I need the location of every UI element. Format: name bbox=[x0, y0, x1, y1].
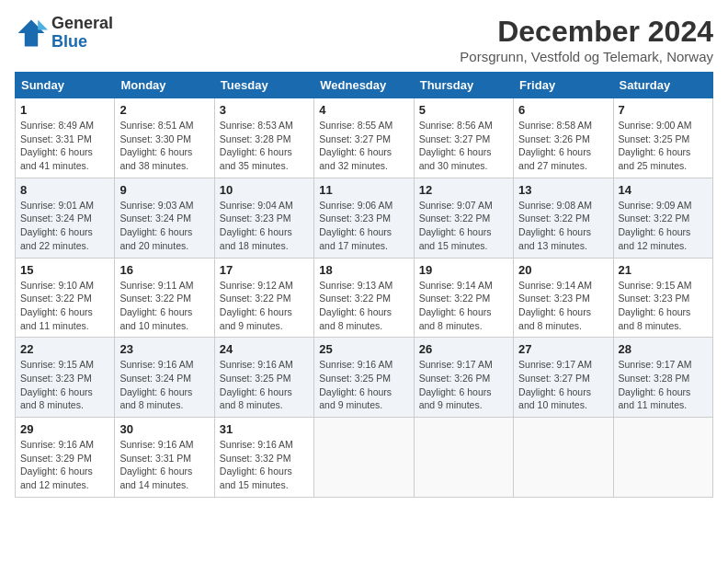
table-row: 14Sunrise: 9:09 AM Sunset: 3:22 PM Dayli… bbox=[613, 178, 712, 258]
table-row: 28Sunrise: 9:17 AM Sunset: 3:28 PM Dayli… bbox=[613, 338, 712, 418]
day-info: Sunrise: 8:58 AM Sunset: 3:26 PM Dayligh… bbox=[518, 119, 608, 173]
table-row bbox=[414, 418, 513, 498]
day-info: Sunrise: 9:07 AM Sunset: 3:22 PM Dayligh… bbox=[419, 199, 508, 253]
table-row: 31Sunrise: 9:16 AM Sunset: 3:32 PM Dayli… bbox=[214, 418, 313, 498]
table-row: 1Sunrise: 8:49 AM Sunset: 3:31 PM Daylig… bbox=[16, 98, 115, 178]
day-info: Sunrise: 9:14 AM Sunset: 3:22 PM Dayligh… bbox=[419, 279, 508, 333]
table-row: 12Sunrise: 9:07 AM Sunset: 3:22 PM Dayli… bbox=[414, 178, 513, 258]
logo-icon bbox=[15, 17, 48, 50]
calendar-week-1: 1Sunrise: 8:49 AM Sunset: 3:31 PM Daylig… bbox=[16, 98, 713, 178]
day-info: Sunrise: 9:15 AM Sunset: 3:23 PM Dayligh… bbox=[619, 279, 708, 333]
day-number: 20 bbox=[518, 263, 608, 277]
day-number: 17 bbox=[220, 263, 309, 277]
table-row: 29Sunrise: 9:16 AM Sunset: 3:29 PM Dayli… bbox=[16, 418, 115, 498]
day-info: Sunrise: 9:16 AM Sunset: 3:32 PM Dayligh… bbox=[220, 438, 309, 492]
day-number: 9 bbox=[119, 183, 209, 197]
calendar-table: SundayMondayTuesdayWednesdayThursdayFrid… bbox=[15, 72, 713, 498]
header-wednesday: Wednesday bbox=[314, 73, 414, 98]
day-info: Sunrise: 9:03 AM Sunset: 3:24 PM Dayligh… bbox=[119, 199, 209, 253]
table-row: 24Sunrise: 9:16 AM Sunset: 3:25 PM Dayli… bbox=[214, 338, 313, 418]
table-row bbox=[613, 418, 712, 498]
day-info: Sunrise: 9:06 AM Sunset: 3:23 PM Dayligh… bbox=[319, 199, 408, 253]
table-row: 16Sunrise: 9:11 AM Sunset: 3:22 PM Dayli… bbox=[115, 258, 214, 338]
day-number: 21 bbox=[619, 263, 708, 277]
calendar-week-5: 29Sunrise: 9:16 AM Sunset: 3:29 PM Dayli… bbox=[16, 418, 713, 498]
day-number: 6 bbox=[518, 103, 608, 117]
day-info: Sunrise: 9:13 AM Sunset: 3:22 PM Dayligh… bbox=[319, 279, 408, 333]
table-row: 13Sunrise: 9:08 AM Sunset: 3:22 PM Dayli… bbox=[514, 178, 613, 258]
header-thursday: Thursday bbox=[414, 73, 513, 98]
header-friday: Friday bbox=[514, 73, 613, 98]
table-row: 19Sunrise: 9:14 AM Sunset: 3:22 PM Dayli… bbox=[414, 258, 513, 338]
table-row: 15Sunrise: 9:10 AM Sunset: 3:22 PM Dayli… bbox=[16, 258, 115, 338]
table-row bbox=[314, 418, 414, 498]
table-row: 8Sunrise: 9:01 AM Sunset: 3:24 PM Daylig… bbox=[16, 178, 115, 258]
table-row: 27Sunrise: 9:17 AM Sunset: 3:27 PM Dayli… bbox=[514, 338, 613, 418]
day-number: 14 bbox=[619, 183, 708, 197]
day-info: Sunrise: 9:09 AM Sunset: 3:22 PM Dayligh… bbox=[619, 199, 708, 253]
day-number: 28 bbox=[619, 342, 708, 356]
day-info: Sunrise: 9:00 AM Sunset: 3:25 PM Dayligh… bbox=[619, 119, 708, 173]
day-info: Sunrise: 8:49 AM Sunset: 3:31 PM Dayligh… bbox=[20, 119, 109, 173]
calendar-week-2: 8Sunrise: 9:01 AM Sunset: 3:24 PM Daylig… bbox=[16, 178, 713, 258]
day-number: 18 bbox=[319, 263, 408, 277]
calendar-header-row: SundayMondayTuesdayWednesdayThursdayFrid… bbox=[16, 73, 713, 98]
table-row: 10Sunrise: 9:04 AM Sunset: 3:23 PM Dayli… bbox=[214, 178, 313, 258]
day-info: Sunrise: 9:10 AM Sunset: 3:22 PM Dayligh… bbox=[20, 279, 109, 333]
day-info: Sunrise: 9:04 AM Sunset: 3:23 PM Dayligh… bbox=[220, 199, 309, 253]
table-row: 5Sunrise: 8:56 AM Sunset: 3:27 PM Daylig… bbox=[414, 98, 513, 178]
day-number: 26 bbox=[419, 342, 508, 356]
day-info: Sunrise: 8:55 AM Sunset: 3:27 PM Dayligh… bbox=[319, 119, 408, 173]
table-row: 23Sunrise: 9:16 AM Sunset: 3:24 PM Dayli… bbox=[115, 338, 214, 418]
day-number: 25 bbox=[319, 342, 408, 356]
table-row: 9Sunrise: 9:03 AM Sunset: 3:24 PM Daylig… bbox=[115, 178, 214, 258]
day-number: 13 bbox=[518, 183, 608, 197]
day-info: Sunrise: 9:17 AM Sunset: 3:27 PM Dayligh… bbox=[518, 358, 608, 412]
header-saturday: Saturday bbox=[613, 73, 712, 98]
day-number: 8 bbox=[20, 183, 109, 197]
table-row: 30Sunrise: 9:16 AM Sunset: 3:31 PM Dayli… bbox=[115, 418, 214, 498]
logo-line1: General bbox=[51, 15, 113, 33]
day-number: 30 bbox=[119, 422, 209, 436]
day-number: 16 bbox=[119, 263, 209, 277]
day-info: Sunrise: 9:17 AM Sunset: 3:26 PM Dayligh… bbox=[419, 358, 508, 412]
table-row: 11Sunrise: 9:06 AM Sunset: 3:23 PM Dayli… bbox=[314, 178, 414, 258]
calendar-week-3: 15Sunrise: 9:10 AM Sunset: 3:22 PM Dayli… bbox=[16, 258, 713, 338]
logo: General Blue bbox=[15, 15, 113, 52]
day-number: 4 bbox=[319, 103, 408, 117]
table-row: 22Sunrise: 9:15 AM Sunset: 3:23 PM Dayli… bbox=[16, 338, 115, 418]
day-info: Sunrise: 9:16 AM Sunset: 3:24 PM Dayligh… bbox=[119, 358, 209, 412]
table-row: 6Sunrise: 8:58 AM Sunset: 3:26 PM Daylig… bbox=[514, 98, 613, 178]
calendar-body: 1Sunrise: 8:49 AM Sunset: 3:31 PM Daylig… bbox=[16, 98, 713, 498]
table-row: 2Sunrise: 8:51 AM Sunset: 3:30 PM Daylig… bbox=[115, 98, 214, 178]
svg-marker-1 bbox=[38, 19, 48, 29]
day-info: Sunrise: 9:16 AM Sunset: 3:25 PM Dayligh… bbox=[220, 358, 309, 412]
day-number: 2 bbox=[119, 103, 209, 117]
day-info: Sunrise: 8:56 AM Sunset: 3:27 PM Dayligh… bbox=[419, 119, 508, 173]
day-number: 7 bbox=[619, 103, 708, 117]
day-info: Sunrise: 9:14 AM Sunset: 3:23 PM Dayligh… bbox=[518, 279, 608, 333]
day-number: 15 bbox=[20, 263, 109, 277]
calendar-week-4: 22Sunrise: 9:15 AM Sunset: 3:23 PM Dayli… bbox=[16, 338, 713, 418]
table-row: 18Sunrise: 9:13 AM Sunset: 3:22 PM Dayli… bbox=[314, 258, 414, 338]
table-row: 21Sunrise: 9:15 AM Sunset: 3:23 PM Dayli… bbox=[613, 258, 712, 338]
day-number: 29 bbox=[20, 422, 109, 436]
table-row: 3Sunrise: 8:53 AM Sunset: 3:28 PM Daylig… bbox=[214, 98, 313, 178]
day-info: Sunrise: 9:16 AM Sunset: 3:29 PM Dayligh… bbox=[20, 438, 109, 492]
day-number: 22 bbox=[20, 342, 109, 356]
day-number: 24 bbox=[220, 342, 309, 356]
day-number: 31 bbox=[220, 422, 309, 436]
day-number: 19 bbox=[419, 263, 508, 277]
day-info: Sunrise: 9:16 AM Sunset: 3:31 PM Dayligh… bbox=[119, 438, 209, 492]
day-info: Sunrise: 9:17 AM Sunset: 3:28 PM Dayligh… bbox=[619, 358, 708, 412]
day-info: Sunrise: 9:15 AM Sunset: 3:23 PM Dayligh… bbox=[20, 358, 109, 412]
day-number: 3 bbox=[220, 103, 309, 117]
table-row: 4Sunrise: 8:55 AM Sunset: 3:27 PM Daylig… bbox=[314, 98, 414, 178]
day-number: 27 bbox=[518, 342, 608, 356]
day-info: Sunrise: 9:12 AM Sunset: 3:22 PM Dayligh… bbox=[220, 279, 309, 333]
day-info: Sunrise: 8:51 AM Sunset: 3:30 PM Dayligh… bbox=[119, 119, 209, 173]
day-info: Sunrise: 9:08 AM Sunset: 3:22 PM Dayligh… bbox=[518, 199, 608, 253]
day-number: 1 bbox=[20, 103, 109, 117]
day-number: 23 bbox=[119, 342, 209, 356]
table-row: 17Sunrise: 9:12 AM Sunset: 3:22 PM Dayli… bbox=[214, 258, 313, 338]
